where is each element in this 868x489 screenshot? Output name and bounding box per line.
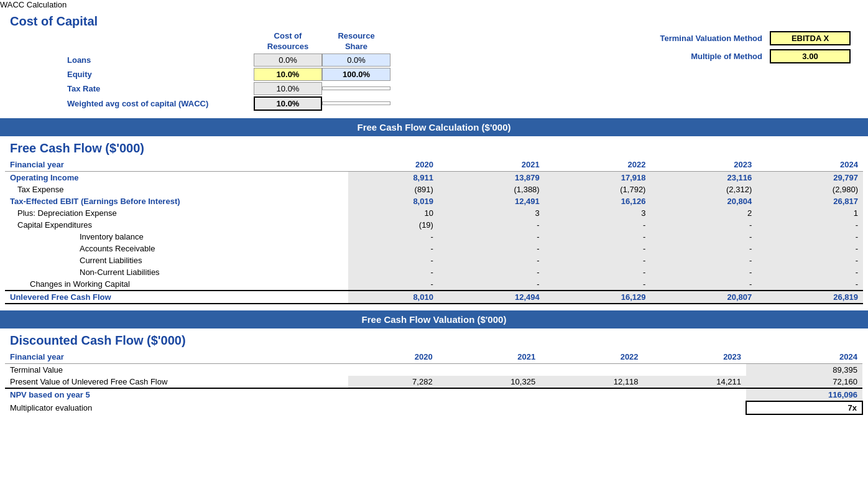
fcf-val-3-1: 3 <box>438 207 545 219</box>
cost-col-header-0: Cost ofResources <box>254 31 322 52</box>
dcf-val-3-3 <box>644 401 746 414</box>
fcf-val-8-2: - <box>545 266 651 278</box>
cost-of-capital-title: Cost of Capital <box>5 9 863 31</box>
fcf-row-0: Operating Income8,91113,87917,91823,1162… <box>5 171 863 184</box>
fcf-val-4-4: - <box>757 219 863 231</box>
fcf-row-1: Tax Expense(891)(1,388)(1,792)(2,312)(2,… <box>5 184 863 195</box>
fcf-val-7-4: - <box>757 254 863 266</box>
tax-cost[interactable]: 10.0% <box>254 82 322 95</box>
fcf-val-3-4: 1 <box>757 207 863 219</box>
loans-cost[interactable]: 0.0% <box>254 54 322 67</box>
fcf-val-5-4: - <box>757 231 863 243</box>
dcf-val-1-4: 72,160 <box>746 376 862 388</box>
dcf-row-1: Present Value of Unlevered Free Cash Flo… <box>5 376 862 388</box>
fcf-val-2-0: 8,019 <box>348 195 438 207</box>
fcf-val-8-1: - <box>438 266 545 278</box>
fcf-val-10-4: 26,819 <box>757 291 863 304</box>
dcf-row-3: Multiplicator evaluation7x <box>5 401 862 414</box>
dcf-th-2024: 2024 <box>746 350 862 364</box>
fcf-val-4-3: - <box>650 219 757 231</box>
loans-share[interactable]: 0.0% <box>322 54 390 67</box>
fcf-th-2020: 2020 <box>348 158 438 172</box>
fcf-val-0-2: 17,918 <box>545 171 651 184</box>
fcf-label-10: Unlevered Free Cash Flow <box>5 291 348 304</box>
fcf-label-8: Non-Current Liabilities <box>5 266 348 278</box>
cost-row-equity: Equity 10.0% 100.0% <box>5 68 863 81</box>
fcf-val-8-3: - <box>650 266 757 278</box>
dcf-label-0: Terminal Value <box>5 363 348 376</box>
fcf-val-1-1: (1,388) <box>438 184 545 195</box>
dcf-val-3-1 <box>438 401 540 414</box>
fcf-row-8: Non-Current Liabilities----- <box>5 266 863 278</box>
fcf-row-4: Capital Expenditures(19)---- <box>5 219 863 231</box>
fcf-row-6: Accounts Receivable----- <box>5 243 863 254</box>
cost-row-tax: Tax Rate 10.0% <box>5 82 863 95</box>
cost-of-capital-content: Cost ofResources ResourceShare Loans 0.0… <box>5 31 863 111</box>
fcf-row-2: Tax-Effected EBIT (Earnings Before Inter… <box>5 195 863 207</box>
fcf-val-3-2: 3 <box>545 207 651 219</box>
terminal-multiple-row: Multiple of Method 3.00 <box>596 49 851 63</box>
dcf-row-0: Terminal Value89,395 <box>5 363 862 376</box>
fcf-val-6-4: - <box>757 243 863 254</box>
fcf-th-2021: 2021 <box>438 158 545 172</box>
dcf-header-row: Financial year 2020 2021 2022 2023 2024 <box>5 350 862 364</box>
tax-label: Tax Rate <box>5 84 254 93</box>
dcf-th-2020: 2020 <box>348 350 438 364</box>
cost-row-wacc: Weighted avg cost of capital (WACC) 10.0… <box>5 96 863 111</box>
fcf-label-0: Operating Income <box>5 171 348 184</box>
terminal-multiple-value[interactable]: 3.00 <box>770 49 851 63</box>
fcf-val-10-1: 12,494 <box>438 291 545 304</box>
equity-cost[interactable]: 10.0% <box>254 68 322 81</box>
dcf-val-2-4: 116,096 <box>746 388 862 401</box>
fcf-val-5-3: - <box>650 231 757 243</box>
dcf-section-title: Discounted Cash Flow ($'000) <box>5 328 863 350</box>
wacc-share <box>322 101 390 105</box>
dcf-val-3-4: 7x <box>746 401 862 414</box>
dcf-val-3-2 <box>540 401 643 414</box>
fcf-val-9-3: - <box>650 278 757 291</box>
dcf-val-2-3 <box>644 388 746 401</box>
fcf-val-1-0: (891) <box>348 184 438 195</box>
dcf-th-2021: 2021 <box>438 350 540 364</box>
dcf-val-0-0 <box>348 363 438 376</box>
fcf-val-3-0: 10 <box>348 207 438 219</box>
fcf-val-6-3: - <box>650 243 757 254</box>
terminal-multiple-label: Multiple of Method <box>596 52 770 61</box>
fcf-val-1-3: (2,312) <box>650 184 757 195</box>
terminal-section: Terminal Valuation Method EBITDA X Multi… <box>596 31 851 63</box>
wacc-cost[interactable]: 10.0% <box>254 96 322 111</box>
loans-label: Loans <box>5 55 254 65</box>
fcf-th-2022: 2022 <box>545 158 651 172</box>
fcf-val-5-0: - <box>348 231 438 243</box>
dcf-val-1-3: 14,211 <box>644 376 746 388</box>
dcf-table: Financial year 2020 2021 2022 2023 2024 … <box>5 350 863 415</box>
fcf-label-7: Current Liabilities <box>5 254 348 266</box>
fcf-val-6-2: - <box>545 243 651 254</box>
dcf-val-3-0 <box>348 401 438 414</box>
fcf-row-5: Inventory balance----- <box>5 231 863 243</box>
terminal-method-value[interactable]: EBITDA X <box>770 31 851 45</box>
fcf-val-4-2: - <box>545 219 651 231</box>
dcf-th-label: Financial year <box>5 350 348 364</box>
equity-label: Equity <box>5 70 254 79</box>
cost-col-header-1: ResourceShare <box>322 31 390 52</box>
terminal-method-label: Terminal Valuation Method <box>596 34 770 43</box>
fcf-val-9-4: - <box>757 278 863 291</box>
fcf-th-2024: 2024 <box>757 158 863 172</box>
fcf-val-2-2: 16,126 <box>545 195 651 207</box>
equity-share[interactable]: 100.0% <box>322 68 390 81</box>
fcf-val-0-1: 13,879 <box>438 171 545 184</box>
fcf-val-2-1: 12,491 <box>438 195 545 207</box>
fcf-val-4-1: - <box>438 219 545 231</box>
fcf-val-0-4: 29,797 <box>757 171 863 184</box>
fcf-val-1-4: (2,980) <box>757 184 863 195</box>
dcf-section-header: Free Cash Flow Valuation ($'000) <box>0 310 868 328</box>
fcf-val-1-2: (1,792) <box>545 184 651 195</box>
fcf-val-9-2: - <box>545 278 651 291</box>
dcf-section: Discounted Cash Flow ($'000) Financial y… <box>0 328 868 421</box>
fcf-val-2-4: 26,817 <box>757 195 863 207</box>
fcf-label-4: Capital Expenditures <box>5 219 348 231</box>
fcf-val-10-2: 16,129 <box>545 291 651 304</box>
fcf-label-5: Inventory balance <box>5 231 348 243</box>
fcf-section: Free Cash Flow ($'000) Financial year 20… <box>0 136 868 310</box>
